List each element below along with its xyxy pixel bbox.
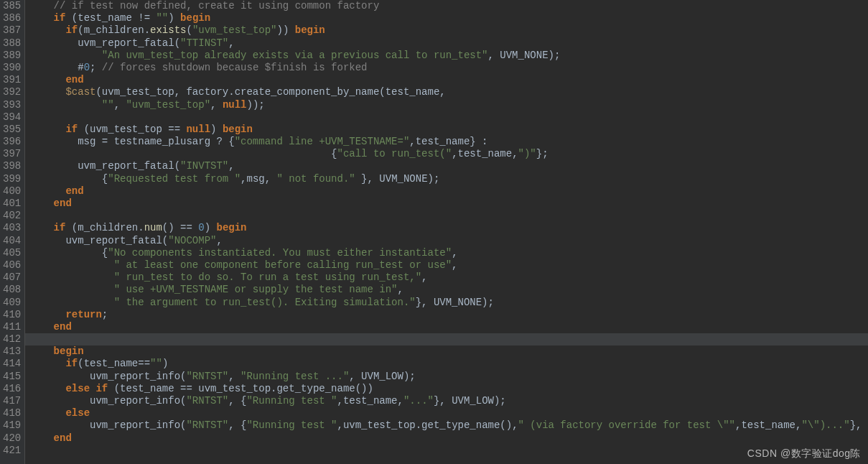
token-id: (m_children. — [65, 222, 144, 233]
token-id: { — [102, 173, 108, 185]
code-line[interactable]: return; — [29, 309, 868, 321]
line-number: 387 — [3, 24, 19, 37]
code-line[interactable]: $cast(uvm_test_top, factory.create_compo… — [29, 86, 868, 98]
line-number: 406 — [3, 259, 19, 272]
token-num: 0 — [84, 62, 90, 73]
code-line[interactable]: #0; // forces shutdown because $finish i… — [29, 62, 868, 74]
token-kw: null — [186, 124, 210, 135]
token-id: , — [114, 99, 126, 111]
code-line[interactable]: "An uvm_test_top already exists via a pr… — [29, 50, 868, 62]
code-line[interactable]: {"No components instantiated. You must e… — [29, 247, 868, 259]
token-id: ; — [90, 62, 102, 73]
token-str: "Running test ..." — [241, 371, 349, 382]
code-line[interactable]: {"Requested test from ",msg, " not found… — [29, 173, 868, 185]
token-str: "NOCOMP" — [168, 235, 216, 246]
code-line[interactable]: uvm_report_info("RNTST", {"Running test … — [29, 395, 868, 407]
token-id: }, UVM_NONE); — [355, 173, 440, 185]
line-number: 415 — [3, 371, 19, 383]
code-line[interactable]: uvm_report_fatal("TTINST", — [29, 37, 868, 50]
line-number: 420 — [3, 432, 19, 445]
code-line[interactable]: end — [29, 432, 868, 445]
code-line[interactable]: {"call to run_test(",test_name,")"}; — [29, 148, 868, 160]
token-kw: begin — [223, 124, 253, 135]
token-id: { — [102, 247, 108, 259]
line-number: 402 — [3, 210, 19, 222]
code-line[interactable]: " at least one component before calling … — [29, 259, 868, 272]
token-str: " not found." — [277, 173, 355, 185]
token-kw: else if — [65, 383, 108, 394]
code-line[interactable]: end — [29, 74, 868, 86]
token-str: ")" — [518, 148, 536, 159]
code-line[interactable]: uvm_report_info("RNTST", "Running test .… — [29, 371, 868, 383]
code-line[interactable]: "", "uvm_test_top", null)); — [29, 99, 868, 111]
token-kw: end — [65, 185, 83, 197]
line-number: 385 — [3, 0, 19, 12]
code-line[interactable]: else — [29, 407, 868, 419]
token-str: "No components instantiated. You must ei… — [108, 247, 452, 259]
line-number: 412 — [3, 333, 19, 345]
code-line[interactable]: end — [29, 321, 868, 333]
code-line[interactable]: if (m_children.num() == 0) begin — [29, 222, 868, 234]
token-str: "Running test " — [246, 395, 337, 407]
code-line[interactable] — [25, 333, 868, 345]
token-str: "" — [156, 12, 168, 24]
code-line[interactable]: uvm_report_fatal("NOCOMP", — [29, 235, 868, 247]
line-number: 418 — [3, 407, 19, 419]
code-line[interactable]: begin — [29, 345, 868, 358]
token-str: "TTINST" — [180, 37, 228, 49]
line-number: 419 — [3, 419, 19, 432]
line-number: 421 — [3, 445, 19, 457]
code-line[interactable]: end — [29, 198, 868, 210]
code-line[interactable]: " the argument to run_test(). Exiting si… — [29, 297, 868, 309]
token-str: "..." — [403, 395, 434, 407]
token-sys: $cast — [65, 86, 95, 98]
code-line[interactable]: " use +UVM_TESTNAME or supply the test n… — [29, 284, 868, 296]
token-kw: end — [54, 432, 72, 444]
token-id: (test_name == uvm_test_top.get_type_name… — [108, 383, 373, 394]
token-id: ,test_name, — [735, 419, 801, 431]
token-str: "RNTST" — [186, 371, 228, 382]
token-cmt: // forces shutdown because $finish is fo… — [102, 62, 368, 73]
code-line[interactable]: msg = testname_plusarg ? {"command line … — [29, 136, 868, 148]
token-id: uvm_report_fatal( — [78, 37, 180, 49]
token-id: ; — [102, 309, 108, 320]
token-id: ) — [162, 358, 168, 369]
line-number: 388 — [3, 37, 19, 50]
code-line[interactable]: uvm_report_info("RNTST", {"Running test … — [29, 419, 868, 432]
token-str: "RNTST" — [186, 419, 228, 431]
token-str: "INVTST" — [180, 160, 228, 172]
token-id: ,uvm_test_top.get_type_name(), — [337, 419, 518, 431]
token-id: , — [228, 160, 234, 172]
code-line[interactable] — [29, 210, 868, 222]
code-line[interactable]: // if test now defined, create it using … — [29, 0, 868, 12]
token-id: msg = testname_plusarg ? { — [78, 136, 234, 147]
line-number: 411 — [3, 321, 19, 333]
token-id: uvm_report_info( — [90, 419, 186, 431]
code-line[interactable] — [29, 445, 868, 457]
code-line[interactable]: else if (test_name == uvm_test_top.get_t… — [29, 383, 868, 395]
token-kw: end — [65, 74, 83, 85]
token-str: "An uvm_test_top already exists via a pr… — [102, 50, 488, 61]
code-line[interactable]: " run_test to do so. To run a test using… — [29, 272, 868, 284]
line-number: 413 — [3, 345, 19, 358]
token-id: , — [398, 284, 403, 295]
token-str: "uvm_test_top" — [192, 24, 277, 36]
code-area[interactable]: // if test now defined, create it using … — [25, 0, 868, 464]
token-id: )); — [247, 99, 265, 111]
code-line[interactable]: if(test_name=="") — [29, 358, 868, 370]
code-line[interactable]: end — [29, 185, 868, 198]
token-id: ,test_name, — [452, 148, 518, 159]
line-number: 410 — [3, 309, 19, 321]
code-line[interactable]: if(m_children.exists("uvm_test_top")) be… — [29, 24, 868, 37]
token-str: " the argument to run_test(). Exiting si… — [114, 297, 416, 308]
token-id: )) — [277, 24, 295, 36]
code-line[interactable] — [29, 111, 868, 124]
code-line[interactable]: if (uvm_test_top == null) begin — [29, 124, 868, 136]
token-str: " at least one component before calling … — [114, 259, 452, 271]
code-line[interactable]: if (test_name != "") begin — [29, 12, 868, 24]
token-id: , — [228, 371, 241, 382]
line-number: 393 — [3, 99, 19, 111]
line-number: 389 — [3, 50, 19, 62]
code-line[interactable]: uvm_report_fatal("INVTST", — [29, 160, 868, 172]
code-editor[interactable]: 3853863873883893903913923933943953963973… — [0, 0, 868, 464]
